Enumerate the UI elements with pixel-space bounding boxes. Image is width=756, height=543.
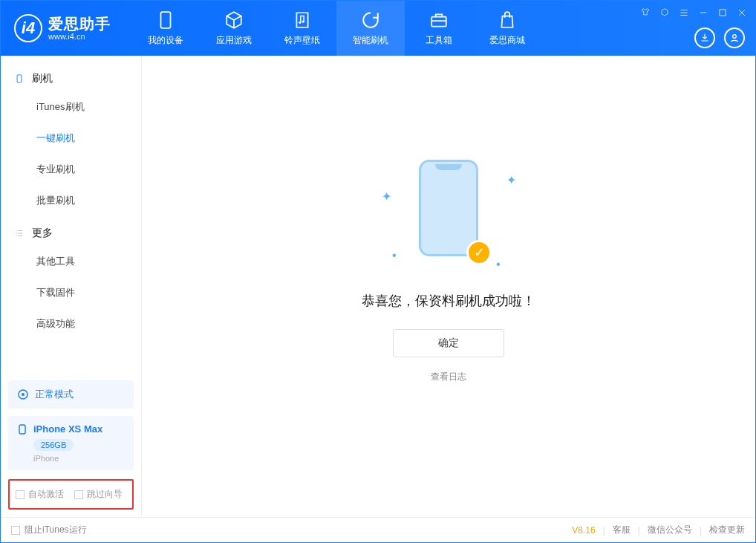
app-subtitle: www.i4.cn [48,32,111,41]
separator: | [638,525,640,536]
separator: | [603,525,605,536]
list-icon [14,228,25,238]
logo-icon: i4 [14,14,42,42]
main-tabs: 我的设备应用游戏铃声壁纸智能刷机工具箱爱思商城 [131,1,541,56]
checkbox[interactable] [74,490,83,499]
svg-point-1 [299,21,301,23]
checkbox[interactable] [11,526,20,535]
sidebar-item[interactable]: 批量刷机 [1,185,141,216]
tab-label: 应用游戏 [216,34,252,47]
tab-music[interactable]: 铃声壁纸 [268,1,336,56]
tab-bag[interactable]: 爱思商城 [473,1,541,56]
app-title: 爱思助手 [48,16,111,32]
mode-label: 正常模式 [35,388,74,401]
sparkle-icon: ✦ [506,173,512,179]
view-log-link[interactable]: 查看日志 [431,371,466,383]
options-area: 自动激活跳过向导 [8,479,134,510]
version-label: V8.16 [572,525,595,536]
refresh-icon [361,10,380,30]
sidebar: 刷机iTunes刷机一键刷机专业刷机批量刷机更多其他工具下载固件高级功能 正常模… [1,56,142,517]
success-message: 恭喜您，保资料刷机成功啦！ [362,292,535,310]
status-link[interactable]: 微信公众号 [648,524,692,536]
sparkle-icon: ✦ [382,189,388,195]
sidebar-group-header: 更多 [1,216,141,246]
sidebar-item[interactable]: 其他工具 [1,246,141,277]
cube-sm-icon [659,7,670,18]
tab-label: 我的设备 [148,34,183,47]
tab-label: 爱思商城 [489,34,525,47]
option-跳过向导[interactable]: 跳过向导 [74,488,123,501]
maximize-icon[interactable] [717,7,729,19]
main-content: ✓ ✦ ✦ • • 恭喜您，保资料刷机成功啦！ 确定 查看日志 [142,56,755,517]
cube-sm-icon[interactable] [659,7,671,19]
separator: | [700,525,702,536]
maximize-icon [717,7,728,18]
menu-icon[interactable] [678,7,690,19]
svg-rect-6 [17,75,22,83]
svg-point-8 [22,393,25,396]
music-icon [293,10,312,30]
check-badge-icon: ✓ [466,240,492,265]
device-type: iPhone [33,454,125,463]
refresh-icon [17,388,29,400]
status-link[interactable]: 客服 [613,524,630,536]
svg-point-5 [733,35,737,39]
sidebar-group-title: 刷机 [32,72,53,85]
svg-rect-0 [161,12,171,28]
phone-icon [14,74,25,84]
status-link[interactable]: 检查更新 [709,524,745,536]
sidebar-item[interactable]: 下载固件 [1,277,141,308]
close-icon[interactable] [736,7,748,19]
sidebar-group-header: 刷机 [1,62,141,91]
titlebar-controls [639,7,748,19]
minimize-icon [698,7,708,18]
ok-button[interactable]: 确定 [393,329,504,357]
tshirt-icon [640,7,651,18]
close-icon [737,7,747,18]
app-logo: i4 爱思助手 www.i4.cn [1,14,124,42]
success-illustration: ✓ ✦ ✦ • • [374,160,523,279]
user-icon [729,32,740,44]
tab-label: 智能刷机 [353,34,388,47]
option-自动激活[interactable]: 自动激活 [16,488,64,501]
svg-rect-9 [19,425,25,434]
sidebar-item[interactable]: 专业刷机 [1,154,141,185]
svg-rect-4 [720,10,726,16]
sidebar-item[interactable]: 一键刷机 [1,123,141,154]
tab-refresh[interactable]: 智能刷机 [336,1,405,56]
phone-icon [17,424,27,435]
device-card[interactable]: iPhone XS Max 256GB iPhone [8,416,134,470]
tab-cube[interactable]: 应用游戏 [200,1,268,56]
user-button[interactable] [724,27,745,48]
download-button[interactable] [694,27,715,48]
sidebar-item[interactable]: iTunes刷机 [1,91,141,123]
download-icon [699,32,711,44]
option-label: 跳过向导 [87,488,123,501]
sidebar-group-title: 更多 [32,227,53,240]
toolbox-icon [429,10,449,30]
option-label: 自动激活 [28,488,64,501]
tab-toolbox[interactable]: 工具箱 [405,1,473,56]
sparkle-icon: • [496,258,502,264]
device-icon [156,10,175,30]
status-bar: 阻止iTunes运行 V8.16 |客服|微信公众号|检查更新 [1,517,755,542]
minimize-icon[interactable] [697,7,709,19]
tshirt-icon[interactable] [639,7,651,19]
sidebar-item[interactable]: 高级功能 [1,308,141,339]
cube-icon [224,10,244,30]
svg-rect-3 [431,16,446,26]
svg-point-2 [302,20,304,22]
device-name: iPhone XS Max [33,423,102,435]
phone-illustration [419,160,478,256]
menu-icon [679,7,689,18]
device-storage: 256GB [33,439,74,451]
mode-card[interactable]: 正常模式 [8,380,134,409]
header-actions [694,27,745,48]
header: i4 爱思助手 www.i4.cn 我的设备应用游戏铃声壁纸智能刷机工具箱爱思商… [1,1,755,56]
checkbox[interactable] [16,490,25,499]
tab-label: 工具箱 [426,34,452,47]
sparkle-icon: • [392,249,398,255]
block-itunes-label[interactable]: 阻止iTunes运行 [25,524,87,536]
tab-device[interactable]: 我的设备 [131,1,200,56]
tab-label: 铃声壁纸 [284,34,320,47]
